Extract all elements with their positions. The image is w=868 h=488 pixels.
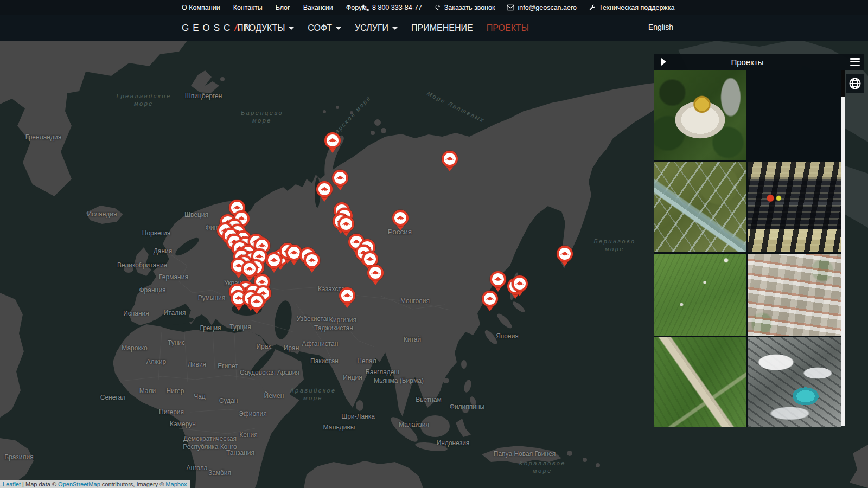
chevron-down-icon: [392, 27, 398, 30]
project-thumbnail-open-pit-mine[interactable]: [748, 162, 841, 252]
project-map-marker[interactable]: [392, 210, 409, 232]
geoscan-projects-page: ГренландскоемореБаренцевомореКарское мор…: [0, 0, 868, 488]
project-thumbnail-naval-cathedral[interactable]: [654, 70, 746, 160]
project-thumbnail-rural-road[interactable]: [654, 337, 746, 427]
project-map-marker[interactable]: [490, 271, 506, 293]
nav-item-projects[interactable]: ПРОЕКТЫ: [487, 23, 529, 33]
projects-panel-header: Проекты: [654, 54, 864, 70]
drone-wing-icon: [304, 252, 320, 268]
phone-icon: [362, 4, 369, 11]
topbar-link[interactable]: Вакансии: [303, 4, 333, 11]
email-address: info@geoscan.aero: [518, 4, 577, 11]
drone-wing-icon: [442, 151, 458, 167]
topbar-contacts: 8 800 333-84-77 Заказать звонок info@geo…: [362, 4, 674, 11]
map-attribution: Leaflet | Map data © OpenStreetMap contr…: [0, 480, 190, 488]
envelope-icon: [507, 4, 514, 11]
callback-icon: [434, 4, 441, 11]
globe-icon: [848, 77, 861, 90]
drone-wing-icon: [248, 293, 265, 310]
globe-button[interactable]: [846, 74, 864, 93]
drone-wing-icon: [339, 287, 355, 304]
callback-link[interactable]: Заказать звонок: [434, 4, 495, 11]
topbar-links: О КомпанииКонтактыБлогВакансииФорум: [182, 4, 367, 11]
project-map-marker[interactable]: [512, 275, 528, 297]
scrollbar-thumb[interactable]: [841, 70, 845, 97]
nav-menu: ПРОДУКТЫСОФТУСЛУГИПРИМЕНЕНИЕПРОЕКТЫ: [237, 15, 529, 41]
drone-wing-icon: [266, 252, 282, 268]
drone-wing-icon: [557, 246, 573, 262]
utility-topbar: О КомпанииКонтактыБлогВакансииФорум 8 80…: [0, 0, 868, 15]
phone-number: 8 800 333-84-77: [372, 4, 422, 11]
project-thumbnail-power-line[interactable]: [654, 162, 746, 252]
project-map-marker[interactable]: [442, 151, 458, 172]
wrench-icon: [589, 4, 596, 11]
panel-scrollbar[interactable]: [841, 70, 845, 426]
project-thumbnail-green-field[interactable]: [654, 254, 746, 336]
drone-wing-icon: [332, 170, 348, 186]
chevron-down-icon: [289, 27, 294, 30]
main-navbar: GEOSCΛN ПРОДУКТЫСОФТУСЛУГИПРИМЕНЕНИЕПРОЕ…: [0, 15, 868, 41]
nav-item-services[interactable]: УСЛУГИ: [355, 23, 398, 33]
menu-hamburger-icon[interactable]: [849, 57, 861, 67]
drone-wing-icon: [482, 291, 498, 307]
project-map-marker[interactable]: [266, 252, 282, 274]
nav-item-products[interactable]: ПРОДУКТЫ: [237, 23, 294, 33]
drone-wing-icon: [490, 271, 506, 287]
project-map-marker[interactable]: [324, 132, 341, 154]
project-map-marker[interactable]: [557, 246, 573, 267]
project-map-marker[interactable]: [316, 181, 333, 203]
email-link[interactable]: info@geoscan.aero: [507, 4, 577, 11]
projects-thumbnail-grid: [654, 70, 841, 427]
tech-support-label: Техническая поддержка: [599, 4, 674, 11]
nav-item-soft[interactable]: СОФТ: [308, 23, 341, 33]
project-thumbnail-residential-district[interactable]: [748, 254, 841, 336]
drone-wing-icon: [512, 275, 528, 292]
callback-label: Заказать звонок: [444, 4, 495, 11]
panel-title: Проекты: [654, 57, 841, 67]
nav-item-application[interactable]: ПРИМЕНЕНИЕ: [411, 23, 473, 33]
project-map-marker[interactable]: [248, 293, 265, 315]
topbar-link[interactable]: О Компании: [182, 4, 220, 11]
osm-link[interactable]: OpenStreetMap: [58, 481, 100, 487]
logo-text: GEOSC: [182, 23, 234, 33]
drone-wing-icon: [338, 216, 354, 232]
project-map-marker[interactable]: [304, 252, 320, 274]
project-thumbnail-mountain-lake[interactable]: [748, 337, 841, 427]
tech-support-link[interactable]: Техническая поддержка: [589, 4, 674, 11]
drone-wing-icon: [316, 181, 333, 197]
phone-number-link[interactable]: 8 800 333-84-77: [362, 4, 422, 11]
language-switch[interactable]: English: [648, 23, 673, 31]
drone-wing-icon: [367, 265, 384, 281]
mapbox-link[interactable]: Mapbox: [165, 481, 187, 487]
project-map-marker[interactable]: [367, 265, 384, 286]
topbar-link[interactable]: Контакты: [233, 4, 263, 11]
drone-wing-icon: [324, 132, 341, 149]
project-thumbnail-forest-road[interactable]: [748, 70, 841, 160]
project-map-marker[interactable]: [482, 291, 498, 312]
topbar-link[interactable]: Блог: [276, 4, 290, 11]
project-map-marker[interactable]: [339, 287, 355, 309]
project-map-marker[interactable]: [332, 170, 348, 191]
leaflet-link[interactable]: Leaflet: [3, 481, 21, 487]
chevron-down-icon: [336, 27, 341, 30]
drone-wing-icon: [392, 210, 409, 226]
